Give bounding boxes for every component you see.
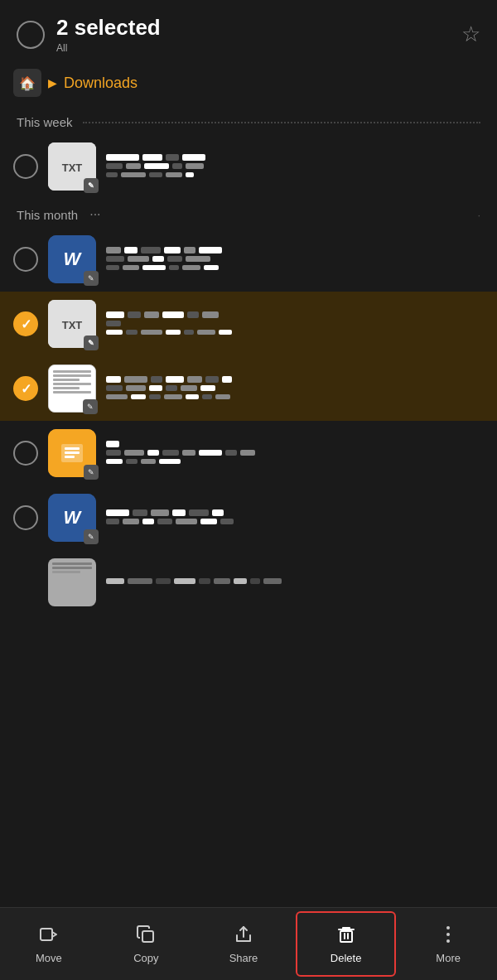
more-button[interactable]: More xyxy=(399,908,497,980)
svg-point-8 xyxy=(446,933,450,936)
header-text-block: 2 selected All xyxy=(56,15,161,54)
svg-rect-3 xyxy=(65,456,75,458)
file-checkbox-4[interactable]: ✓ xyxy=(13,376,38,401)
share-label: Share xyxy=(229,952,258,964)
check-icon-4: ✓ xyxy=(21,381,31,397)
svg-point-9 xyxy=(446,939,450,943)
file-checkbox-3[interactable]: ✓ xyxy=(13,311,38,336)
file-info-2 xyxy=(106,247,484,273)
file-icon-doc-4: ✎ xyxy=(48,364,96,413)
file-row[interactable]: ✓ ✎ xyxy=(0,356,497,421)
star-icon[interactable]: ☆ xyxy=(461,22,480,47)
file-row[interactable]: ✓ TXT ✎ xyxy=(0,292,497,356)
svg-rect-4 xyxy=(41,929,52,940)
header-left: 2 selected All xyxy=(17,15,161,54)
move-icon xyxy=(39,924,59,948)
file-row[interactable]: W ✎ xyxy=(0,485,497,550)
move-label: Move xyxy=(36,952,62,964)
file-info-5 xyxy=(106,441,484,466)
breadcrumb-folder-name[interactable]: Downloads xyxy=(64,75,138,92)
file-type-badge-4: ✎ xyxy=(83,399,98,414)
file-row[interactable]: TXT ✎ xyxy=(0,134,497,199)
svg-rect-2 xyxy=(65,451,80,454)
copy-icon xyxy=(136,924,156,948)
section-week-dots xyxy=(83,122,480,123)
svg-rect-1 xyxy=(65,447,80,450)
section-this-month: This month ··· · xyxy=(0,199,497,227)
select-all-checkbox[interactable] xyxy=(17,21,45,49)
section-month-ellipsis: ··· xyxy=(89,207,100,222)
selected-count-title: 2 selected xyxy=(56,15,161,41)
file-icon-partial xyxy=(48,558,96,606)
file-checkbox-1[interactable] xyxy=(13,154,38,179)
section-week-label: This week xyxy=(17,115,73,129)
copy-button[interactable]: Copy xyxy=(98,908,195,980)
breadcrumb: 🏠 ▶ Downloads xyxy=(0,62,497,107)
file-icon-word-6: W ✎ xyxy=(48,494,96,542)
section-month-dot: · xyxy=(477,209,480,221)
delete-icon xyxy=(336,924,356,948)
file-icon-txt-1: TXT ✎ xyxy=(48,142,96,191)
file-checkbox-5[interactable] xyxy=(13,441,38,466)
file-row-partial[interactable] xyxy=(0,550,497,615)
header: 2 selected All ☆ xyxy=(0,0,497,62)
breadcrumb-arrow-icon: ▶ xyxy=(48,76,57,89)
svg-rect-6 xyxy=(340,931,352,942)
share-button[interactable]: Share xyxy=(195,908,292,980)
file-row[interactable]: W ✎ xyxy=(0,227,497,292)
section-month-label: This month xyxy=(17,208,78,222)
delete-button[interactable]: Delete xyxy=(296,911,397,977)
file-type-badge-5: ✎ xyxy=(84,465,99,480)
file-type-badge-3: ✎ xyxy=(84,336,99,350)
file-info-6 xyxy=(106,509,484,527)
section-this-week: This week xyxy=(0,107,497,134)
file-checkbox-2[interactable] xyxy=(13,247,38,272)
file-checkbox-6[interactable] xyxy=(13,505,38,530)
svg-rect-5 xyxy=(142,931,153,942)
bottom-toolbar: Move Copy Share xyxy=(0,907,497,980)
file-info-partial xyxy=(106,578,484,587)
check-icon-3: ✓ xyxy=(21,316,31,332)
share-icon xyxy=(234,924,253,948)
copy-label: Copy xyxy=(133,952,158,964)
file-icon-archive-5: ✎ xyxy=(48,429,96,477)
file-row[interactable]: ✎ xyxy=(0,421,497,485)
move-button[interactable]: Move xyxy=(0,908,98,980)
file-type-badge-1: ✎ xyxy=(84,178,99,193)
file-info-3 xyxy=(106,311,484,337)
file-icon-word-2: W ✎ xyxy=(48,235,96,283)
delete-label: Delete xyxy=(331,952,362,964)
home-icon[interactable]: 🏠 xyxy=(13,69,41,97)
more-label: More xyxy=(436,952,461,964)
all-label: All xyxy=(56,42,161,54)
file-icon-txt-3: TXT ✎ xyxy=(48,300,96,348)
file-info-1 xyxy=(106,154,484,180)
file-type-badge-2: ✎ xyxy=(84,271,99,286)
more-icon xyxy=(446,924,451,948)
file-type-badge-6: ✎ xyxy=(84,529,99,544)
svg-point-7 xyxy=(446,926,450,929)
file-info-4 xyxy=(106,376,484,402)
